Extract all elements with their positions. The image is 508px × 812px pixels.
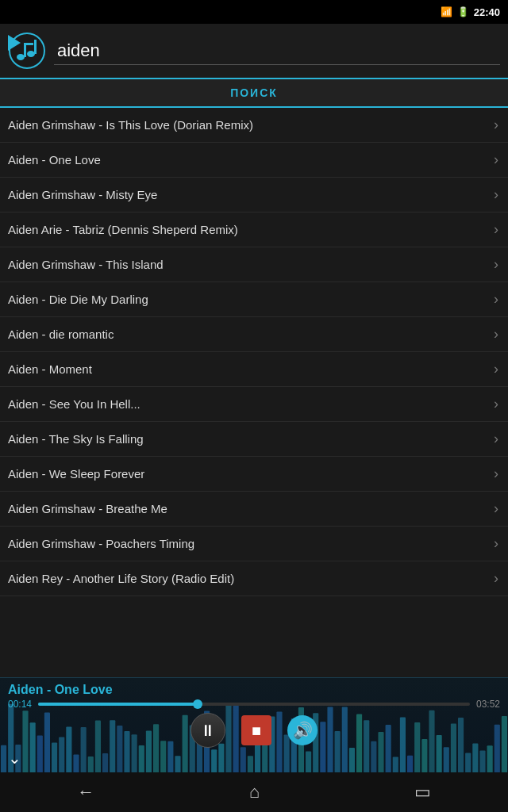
progress-row: 00:14 03:52: [8, 699, 500, 710]
svg-rect-5: [34, 40, 37, 54]
song-item[interactable]: Aiden - Die Die My Darling›: [0, 282, 508, 317]
search-label-bar: ПОИСК: [0, 79, 508, 108]
song-title: Aiden Grimshaw - Misty Eye: [8, 188, 489, 201]
song-title: Aiden - die romantic: [8, 327, 489, 341]
chevron-down-button[interactable]: ⌄: [8, 749, 21, 768]
song-item[interactable]: Aiden Grimshaw - Is This Love (Dorian Re…: [0, 108, 508, 143]
song-title: Aiden Grimshaw - This Island: [8, 258, 489, 271]
chevron-right-icon: ›: [494, 465, 498, 482]
search-label-text: ПОИСК: [230, 86, 278, 99]
controls-row: ⏸ ■ 🔊: [8, 713, 500, 748]
song-title: Aiden Grimshaw - Poachers Timing: [8, 537, 489, 550]
song-item[interactable]: Aiden - See You In Hell...›: [0, 387, 508, 422]
song-title: Aiden - Die Die My Darling: [8, 293, 489, 306]
back-button[interactable]: ←: [77, 782, 94, 802]
chevron-right-icon: ›: [494, 500, 498, 517]
progress-thumb: [193, 699, 202, 709]
status-bar: 📶 🔋 22:40: [0, 0, 508, 24]
svg-rect-3: [24, 43, 33, 45]
song-title: Aiden Grimshaw - Breathe Me: [8, 502, 489, 515]
time-current: 00:14: [8, 699, 32, 710]
song-item[interactable]: Aiden - Moment›: [0, 352, 508, 387]
song-item[interactable]: Aiden - We Sleep Forever›: [0, 457, 508, 492]
now-playing-title: Aiden - One Love: [8, 683, 500, 697]
stop-button[interactable]: ■: [241, 715, 271, 745]
song-item[interactable]: Aiden - The Sky Is Falling›: [0, 422, 508, 457]
chevron-right-icon: ›: [494, 326, 498, 343]
song-item[interactable]: Aiden Arie - Tabriz (Dennis Sheperd Remi…: [0, 213, 508, 247]
song-item[interactable]: Aiden Grimshaw - Misty Eye›: [0, 178, 508, 213]
song-title: Aiden Grimshaw - Is This Love (Dorian Re…: [8, 118, 489, 132]
battery-icon: 🔋: [457, 6, 469, 17]
progress-bar[interactable]: [38, 703, 470, 706]
song-item[interactable]: Aiden - A Candlelight Intro›: [0, 596, 508, 598]
song-title: Aiden - The Sky Is Falling: [8, 432, 489, 446]
time-total: 03:52: [476, 699, 500, 710]
chevron-right-icon: ›: [494, 221, 498, 238]
chevron-right-icon: ›: [494, 256, 498, 273]
song-item[interactable]: Aiden - One Love›: [0, 143, 508, 178]
chevron-right-icon: ›: [494, 570, 498, 587]
pause-button[interactable]: ⏸: [190, 713, 225, 748]
song-title: Aiden Arie - Tabriz (Dennis Sheperd Remi…: [8, 223, 489, 236]
song-title: Aiden - See You In Hell...: [8, 397, 489, 411]
song-item[interactable]: Aiden Grimshaw - Poachers Timing›: [0, 527, 508, 561]
song-title: Aiden - One Love: [8, 153, 489, 167]
wifi-icon: 📶: [441, 6, 452, 17]
chevron-right-icon: ›: [494, 431, 498, 447]
song-item[interactable]: Aiden - die romantic›: [0, 317, 508, 352]
chevron-right-icon: ›: [494, 361, 498, 377]
chevron-right-icon: ›: [494, 117, 498, 133]
svg-point-4: [27, 51, 35, 57]
song-title: Aiden - Moment: [8, 362, 489, 376]
chevron-right-icon: ›: [494, 151, 498, 168]
status-time: 22:40: [474, 6, 500, 18]
nav-bar: ← ⌂ ▭: [0, 772, 508, 812]
song-item[interactable]: Aiden Grimshaw - Breathe Me›: [0, 492, 508, 527]
song-title: Aiden - We Sleep Forever: [8, 467, 489, 481]
home-button[interactable]: ⌂: [249, 782, 260, 802]
song-title: Aiden Rey - Another Life Story (Radio Ed…: [8, 572, 489, 585]
song-item[interactable]: Aiden Rey - Another Life Story (Radio Ed…: [0, 561, 508, 596]
play-indicator: [8, 35, 21, 51]
volume-button[interactable]: 🔊: [287, 715, 318, 745]
recent-apps-button[interactable]: ▭: [414, 782, 431, 802]
search-input[interactable]: [54, 37, 500, 65]
svg-point-1: [17, 54, 25, 60]
player-bar: Aiden - One Love 00:14 03:52 ⏸ ■ 🔊 ⌄: [0, 677, 508, 772]
progress-fill: [38, 703, 198, 706]
chevron-right-icon: ›: [494, 396, 498, 412]
header: [0, 24, 508, 79]
chevron-right-icon: ›: [494, 186, 498, 203]
player-content: Aiden - One Love 00:14 03:52 ⏸ ■ 🔊 ⌄: [0, 678, 508, 772]
song-item[interactable]: Aiden Grimshaw - This Island›: [0, 247, 508, 282]
song-list: Aiden Grimshaw - Is This Love (Dorian Re…: [0, 108, 508, 598]
chevron-right-icon: ›: [494, 291, 498, 308]
chevron-right-icon: ›: [494, 535, 498, 552]
